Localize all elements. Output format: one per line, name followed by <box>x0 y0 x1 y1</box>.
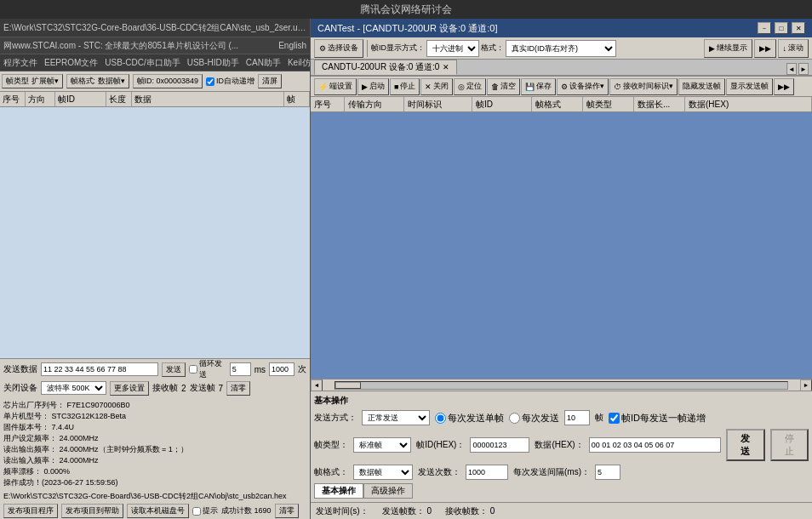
frame-id-btn[interactable]: 帧ID: 0x00003849 <box>133 74 203 88</box>
fast-forward-btn[interactable]: ▶▶ <box>754 39 776 58</box>
loop-ms-input[interactable] <box>230 362 251 376</box>
send-data-input[interactable] <box>41 362 158 376</box>
more-settings-btn[interactable]: 更多设置 <box>110 381 149 396</box>
language-badge: English <box>278 41 306 50</box>
radio2-label[interactable]: 每次发送 <box>509 412 559 425</box>
more-op-btn[interactable]: ▶▶ <box>774 78 794 95</box>
radio2-text: 每次发送 <box>522 412 559 425</box>
minimize-btn[interactable]: － <box>758 22 771 34</box>
clear-btn[interactable]: 🗑 清空 <box>487 78 520 95</box>
h-scrollbar[interactable]: ◄ ► <box>311 379 812 391</box>
sep1 <box>367 40 368 57</box>
read-disk-btn[interactable]: 读取本机磁盘号 <box>127 504 189 518</box>
radio2-value-input[interactable] <box>564 410 590 425</box>
title-text: 腾讯会议网络研讨会 <box>360 3 452 17</box>
basic-op-tab[interactable]: 基本操作 <box>314 483 363 499</box>
menu-eeprom[interactable]: EEPROM文件 <box>44 57 98 69</box>
firmware-row: 固件版本号： 7.4.4U <box>3 422 306 433</box>
close-op-btn[interactable]: ✕ 关闭 <box>420 78 453 95</box>
left-menu-bar: 程序文件 EEPROM文件 USB-CDC/串口助手 USB-HID助手 CAN… <box>0 54 310 71</box>
frame-id-input[interactable] <box>470 437 529 453</box>
start-btn[interactable]: ▶ 启动 <box>357 78 389 95</box>
advanced-op-tab[interactable]: 高级操作 <box>363 483 413 499</box>
send-count-input[interactable] <box>466 465 508 480</box>
hint-checkbox[interactable] <box>192 507 201 516</box>
frameid-display-select[interactable]: 十六进制 十进制 <box>426 40 479 57</box>
publish-help-btn[interactable]: 发布项目到帮助 <box>61 504 123 518</box>
send-frames-item: 发送帧数： 0 <box>382 505 432 517</box>
frame-type-select[interactable]: 标准帧 扩展帧 <box>353 437 411 453</box>
col-frameformat: 帧格式 <box>532 97 583 111</box>
loop-count-input[interactable] <box>269 362 294 376</box>
tab-bar: CANDTU-200UR 设备:0 通道:0 ✕ ◄ ► <box>311 60 812 77</box>
hide-send-btn[interactable]: 隐藏发送帧 <box>678 78 725 95</box>
interval-input[interactable] <box>595 465 620 480</box>
clear-icon: 🗑 <box>491 83 499 91</box>
scroll-right-btn[interactable]: ► <box>800 379 812 391</box>
clear-zero-btn[interactable]: 清零 <box>226 381 250 396</box>
cantest-title: CANTest - [CANDTU-200UR 设备:0 通道:0] <box>317 22 497 35</box>
window-controls: － □ ✕ <box>758 22 805 34</box>
send-btn[interactable]: 发送 <box>162 362 186 377</box>
menu-usb-hid[interactable]: USB-HID助手 <box>187 57 239 69</box>
address-bar: 网www.STCAI.com - STC: 全球最大的8051单片机设计公司 (… <box>0 37 310 54</box>
format-select[interactable]: 真实ID(ID靠右对齐) <box>506 40 616 57</box>
maximize-btn[interactable]: □ <box>775 22 788 34</box>
save-icon: 💾 <box>525 83 535 91</box>
drift-row: 频率漂移： 0.000% <box>3 466 306 477</box>
baudrate-select[interactable]: 波特率 500K 波特率 250K <box>41 381 106 395</box>
radio1-input[interactable] <box>435 413 446 424</box>
id-inc-checkbox[interactable] <box>609 413 620 424</box>
can-table-body[interactable] <box>311 112 812 379</box>
select-device-btn[interactable]: ⚙ 选择设备 <box>314 39 363 58</box>
menu-can[interactable]: CAN助手 <box>246 57 281 69</box>
stop-main-btn[interactable]: 停止 <box>770 429 809 461</box>
left-toolbar: 帧类型 扩展帧▾ 帧格式: 数据帧▾ 帧ID: 0x00003849 ID自动递… <box>0 71 310 92</box>
device-op-btn[interactable]: ⚙ 设备操作▾ <box>557 78 609 95</box>
format-label: 格式： <box>481 43 504 54</box>
scroll-thumb[interactable] <box>335 382 361 389</box>
left-table-body <box>0 107 310 358</box>
locate-btn[interactable]: ◎ 定位 <box>454 78 486 95</box>
auto-inc-checkbox[interactable] <box>206 77 214 86</box>
scroll-track[interactable] <box>335 381 788 390</box>
scroll-btn[interactable]: ↓ 滚动 <box>778 39 809 58</box>
id-inc-label[interactable]: 帧ID每发送一帧递增 <box>609 412 706 425</box>
clear-screen-btn[interactable]: 清屏 <box>258 74 282 88</box>
close-btn[interactable]: ✕ <box>792 22 805 34</box>
send-mode-select[interactable]: 正常发送 定时发送 <box>362 410 430 425</box>
op-toolbar: ⚡ 端设置 ▶ 启动 ■ 停止 ✕ 关闭 ◎ 定位 🗑 清空 <box>311 77 812 97</box>
save-btn[interactable]: 💾 保存 <box>521 78 556 95</box>
send-time-label: 发送时间(s)： <box>316 505 369 517</box>
send-main-btn[interactable]: 发送 <box>726 429 764 461</box>
count-label: 次 <box>298 363 306 375</box>
radio2-input[interactable] <box>509 413 520 424</box>
hint-label: 提示 <box>192 505 218 516</box>
scroll-left-btn[interactable]: ◄ <box>311 379 323 391</box>
publish-program-btn[interactable]: 发布项目程序 <box>3 504 58 518</box>
stop-btn[interactable]: ■ 停止 <box>390 78 420 95</box>
basic-ops-title: 基本操作 <box>314 395 809 407</box>
tab-close-btn[interactable]: ✕ <box>443 63 449 71</box>
radio1-label[interactable]: 每次发送单帧 <box>435 412 504 425</box>
start-icon: ▶ <box>362 83 368 91</box>
port-settings-btn[interactable]: ⚡ 端设置 <box>314 78 357 95</box>
frame-format-btn[interactable]: 帧格式: 数据帧▾ <box>66 74 129 88</box>
loop-checkbox[interactable] <box>189 365 197 374</box>
menu-usb-cdc[interactable]: USB-CDC/串口助手 <box>105 57 180 69</box>
recv-time-btn[interactable]: ⏱ 接收时间标识▾ <box>609 78 678 95</box>
freq1-row: 用户设定频率： 24.000MHz <box>3 433 306 444</box>
tab-prev-btn[interactable]: ◄ <box>786 63 797 75</box>
frame-type-btn[interactable]: 帧类型 扩展帧▾ <box>2 74 63 88</box>
frame-format-select[interactable]: 数据帧 远程帧 <box>353 465 413 480</box>
menu-program[interactable]: 程序文件 <box>3 57 37 69</box>
continue-display-btn[interactable]: ▶ 继续显示 <box>704 39 752 58</box>
main-tab[interactable]: CANDTU-200UR 设备:0 通道:0 ✕ <box>314 60 457 75</box>
show-send-btn[interactable]: 显示发送帧 <box>726 78 773 95</box>
radio1-text: 每次发送单帧 <box>448 412 504 425</box>
tab-next-btn[interactable]: ► <box>798 63 809 75</box>
frame-type-label: 帧类型： <box>314 439 348 451</box>
data-label: 数据(HEX)： <box>535 439 583 451</box>
data-input[interactable] <box>589 437 722 453</box>
clear-count-btn[interactable]: 清零 <box>275 504 299 518</box>
